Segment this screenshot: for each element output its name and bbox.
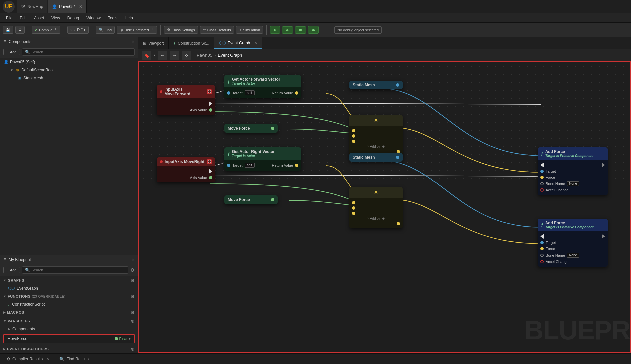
menu-view[interactable]: View [48, 15, 63, 21]
tab-pawn05-close[interactable]: ✕ [79, 4, 82, 9]
node-static-mesh-top[interactable]: Static Mesh [349, 81, 403, 89]
node-static-mesh-bottom[interactable]: Static Mesh [349, 153, 403, 162]
viewport-icon: ⊞ [143, 41, 146, 46]
add-force-bottom-bone-row: Bone Name None [538, 252, 608, 259]
tab-construction[interactable]: ƒ Construction Sc... [169, 37, 214, 49]
bone-name-bottom-value[interactable]: None [567, 253, 579, 258]
tab-eventgraph[interactable]: ⬡⬡ Event Graph ✕ [214, 37, 262, 49]
blueprint-add-button[interactable]: + Add [3, 267, 20, 273]
find-button[interactable]: 🔍 Find [96, 26, 115, 34]
node-add-force-bottom[interactable]: ƒ Add Force Target is Primitive Componen… [538, 219, 608, 267]
variables-section-header[interactable]: ▼ VARIABLES ⊕ [0, 317, 138, 325]
right-self-value[interactable]: self [245, 163, 255, 168]
settings-button[interactable]: ⚙ [15, 26, 25, 34]
node-get-forward-vector[interactable]: ƒ Get Actor Forward Vector Target is Act… [224, 75, 301, 98]
play-next-button[interactable]: ⏭ [282, 26, 293, 34]
tree-item-staticmesh[interactable]: ▣ StaticMesh [0, 74, 138, 82]
add-force-top-bone-label: Bone Name [546, 182, 565, 186]
bone-name-top-value[interactable]: None [567, 181, 579, 186]
graphs-section-header[interactable]: ▼ GRAPHS ⊕ [0, 276, 138, 285]
back-button[interactable]: ← [158, 51, 167, 60]
graph-area[interactable]: InputAxis MoveForward ⬡ Axis Value [138, 61, 631, 353]
expand-icon[interactable]: ▼ [10, 68, 13, 72]
node-get-right-vector[interactable]: ƒ Get Actor Right Vector Target is Actor… [224, 147, 301, 171]
menu-tools[interactable]: Tools [105, 15, 121, 21]
move-force-top-title: Move Force [228, 126, 250, 131]
add-force-top-exec-out [602, 163, 605, 167]
node-input-forward[interactable]: InputAxis MoveForward ⬡ Axis Value [157, 85, 215, 115]
node-input-right[interactable]: InputAxis MoveRight ⬡ Axis Value [157, 157, 215, 182]
node-multiply-bottom-header: × [349, 187, 403, 198]
right-return-pin [295, 164, 298, 167]
dispatchers-add-icon[interactable]: ⊕ [131, 346, 135, 352]
self-value[interactable]: self [245, 90, 255, 95]
functions-section-header[interactable]: ▼ FUNCTIONS (23 OVERRIDABLE) ⊕ [0, 292, 138, 301]
components-close[interactable]: ✕ [131, 39, 135, 44]
moveforce-arrow[interactable]: ▾ [129, 336, 131, 341]
menu-file[interactable]: File [3, 15, 16, 21]
tree-item-pawn05[interactable]: 👤 Pawn05 (Self) [0, 58, 138, 66]
class-settings-label: Class Settings [172, 28, 195, 32]
right-target-pin [227, 164, 230, 167]
menu-help[interactable]: Help [121, 15, 136, 21]
compiler-results-tab[interactable]: ⚙ Compiler Results ✕ [3, 355, 53, 363]
editor-tabs: ⊞ Viewport ƒ Construction Sc... ⬡⬡ Event… [138, 37, 631, 49]
find-results-tab[interactable]: 🔍 Find Results [56, 355, 92, 363]
blueprint-gear-icon[interactable]: ⚙ [130, 267, 135, 273]
node-move-force-top[interactable]: Move Force [224, 124, 278, 133]
defaultsceneroot-label: DefaultSceneRoot [21, 68, 54, 72]
functions-add-icon[interactable]: ⊕ [131, 294, 135, 299]
class-defaults-button[interactable]: ✏ Class Defaults [200, 26, 234, 34]
components-variable-item[interactable]: ▶ Components [0, 325, 138, 333]
tree-item-defaultsceneroot[interactable]: ▼ ⊕ DefaultSceneRoot [0, 66, 138, 74]
stop-button[interactable]: ⏹ [295, 26, 306, 34]
main-area: ⊞ Components ✕ + Add 🔍 👤 Pawn05 (Self) ▼… [0, 37, 631, 353]
play-button[interactable]: ▶ [270, 26, 280, 34]
constructionscript-item[interactable]: ƒ ConstructionScript [0, 301, 138, 308]
bookmark-button[interactable]: 🔖 [142, 51, 151, 60]
eject-button[interactable]: ⏏ [308, 26, 319, 34]
class-settings-button[interactable]: ⚙ Class Settings [164, 26, 198, 34]
save-button[interactable]: 💾 [3, 26, 13, 34]
graphs-add-icon[interactable]: ⊕ [131, 278, 135, 283]
simulation-button[interactable]: ▷ Simulation [236, 26, 263, 34]
eventgraph-tab-close[interactable]: ✕ [254, 41, 257, 45]
add-force-top-bone-pin [540, 182, 544, 185]
menu-debug[interactable]: Debug [64, 15, 82, 21]
node-multiply-bottom[interactable]: × × Add pin ⊕ [349, 187, 403, 228]
compile-button[interactable]: ✔ Compile ⋮ [32, 26, 60, 34]
tab-viewport[interactable]: ⊞ Viewport [138, 37, 169, 49]
node-move-force-bottom[interactable]: Move Force [224, 195, 278, 204]
debug-select[interactable]: No debug object selected [334, 26, 382, 34]
moveforce-variable-row[interactable]: MoveForce Float ▾ [3, 334, 135, 343]
macros-add-icon[interactable]: ⊕ [131, 310, 135, 315]
components-add-button[interactable]: + Add [3, 49, 20, 55]
tab-newmap[interactable]: 🗺 NewMap [17, 0, 47, 13]
dropdown-arrow[interactable]: ▾ [154, 53, 155, 57]
menu-asset[interactable]: Asset [31, 15, 47, 21]
blueprint-search-input[interactable] [31, 268, 125, 272]
move-force-top-header: Move Force [224, 124, 278, 133]
node-add-force-top[interactable]: ƒ Add Force Target is Primitive Componen… [538, 147, 608, 195]
components-search-input[interactable] [31, 50, 132, 54]
target-pin [227, 91, 230, 95]
menu-edit[interactable]: Edit [16, 15, 30, 21]
node-multiply-top[interactable]: × × Add pin ⊕ [349, 115, 403, 156]
home-button[interactable]: ⊹ [182, 51, 191, 60]
add-pin-b-button[interactable]: × Add pin ⊕ [349, 216, 403, 221]
forward-button[interactable]: → [170, 51, 179, 60]
menu-window[interactable]: Window [83, 15, 104, 21]
eventgraph-item[interactable]: ⬡⬡ EventGraph [0, 285, 138, 292]
add-force-top-subtitle: Target is Primitive Component [545, 154, 594, 158]
variables-add-icon[interactable]: ⊕ [131, 318, 135, 324]
compiler-results-close[interactable]: ✕ [46, 357, 49, 361]
breadcrumb-current: Event Graph [218, 53, 242, 58]
add-pin-button[interactable]: × Add pin ⊕ [349, 144, 403, 149]
blueprint-close[interactable]: ✕ [131, 257, 135, 262]
macros-section-header[interactable]: ▶ MACROS ⊕ [0, 308, 138, 317]
static-mesh-bottom-title: Static Mesh [353, 155, 375, 160]
diff-button[interactable]: ⟷ Diff ▾ [67, 26, 88, 34]
tab-pawn05[interactable]: 👤 Pawn05* ✕ [48, 0, 87, 13]
event-dispatchers-section-header[interactable]: ▶ EVENT DISPATCHERS ⊕ [0, 345, 138, 353]
hide-unrelated-button[interactable]: ◎ Hide Unrelated ⋮ [117, 26, 157, 34]
